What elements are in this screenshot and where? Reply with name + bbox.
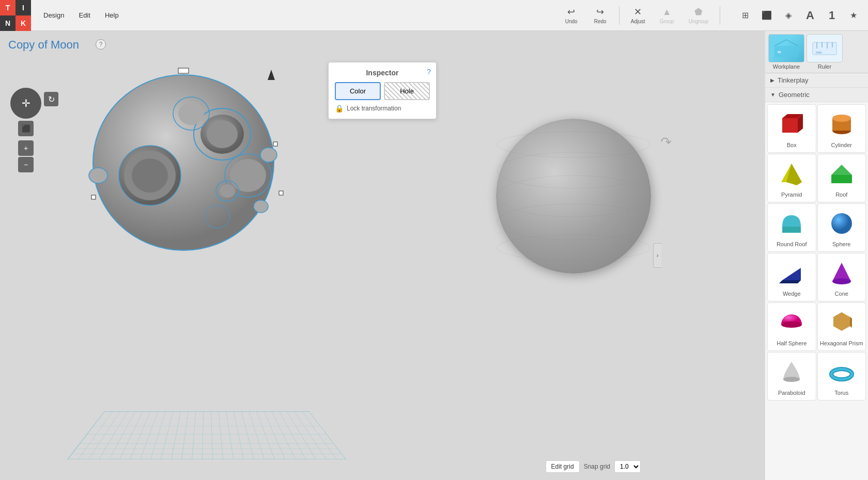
svg-point-53 [832,278,851,284]
nav-edit[interactable]: Edit [72,8,96,22]
svg-point-25 [497,175,650,217]
undo-icon: ↩ [567,6,575,18]
svg-point-26 [497,204,650,240]
workplane-item[interactable]: w Workplane [768,34,804,70]
undo-label: Undo [565,19,578,24]
svg-point-54 [781,322,802,328]
logo-i: I [16,0,31,15]
svg-point-15 [89,168,107,183]
help-button[interactable]: ? [96,39,106,50]
svg-point-49 [831,213,852,234]
shape-torus[interactable]: Torus [817,352,866,401]
shape-cylinder[interactable]: Cylinder [817,104,866,153]
svg-rect-48 [782,227,801,233]
rotate-button[interactable]: ↻ [44,92,58,106]
snap-grid-select[interactable]: 1.0 0.5 0.1 [614,460,641,473]
paraboloid-icon [776,357,807,388]
shape-round-roof[interactable]: Round Roof [767,203,816,252]
inspector-panel: Inspector ? Color Hole 🔒 Lock transforma… [328,62,437,119]
number-1-icon[interactable]: 1 [823,6,841,25]
header: T I N K Design Edit Help ↩ Undo ↪ Redo ✕… [0,0,868,31]
tinkerplay-chevron: ▶ [770,77,774,83]
moon-object[interactable] [83,62,289,270]
3d-box-icon[interactable]: ⬛ [757,6,776,25]
logo[interactable]: T I N K [0,0,31,31]
home-view-button[interactable]: ⬛ [18,121,34,136]
color-button[interactable]: Color [335,82,381,100]
sphere-object [496,119,651,274]
svg-rect-20 [279,191,283,195]
svg-point-22 [497,120,650,273]
round-roof-label: Round Roof [777,241,807,247]
cylinder-icon [826,109,857,140]
canvas-area[interactable]: Copy of Moon ? ✛ ⬛ + − ↻ Inspector ? Col… [0,31,765,480]
cylinder-label: Cylinder [831,142,852,148]
pan-control[interactable]: ✛ [10,88,41,119]
project-title[interactable]: Copy of Moon [8,38,79,52]
hexagonal-prism-icon [826,307,857,338]
group-icon: ▲ [662,7,672,18]
svg-marker-46 [831,165,852,175]
svg-point-16 [260,148,277,162]
nav-menu: Design Edit Help [31,8,131,22]
box-icon [776,109,807,140]
grid-view-icon[interactable]: ⊞ [736,6,754,25]
inspector-help-button[interactable]: ? [427,68,431,76]
zoom-out-button[interactable]: − [18,157,34,172]
svg-point-27 [497,235,650,261]
shape-hexagonal-prism[interactable]: Hexagonal Prism [817,302,866,351]
shape-wedge[interactable]: Wedge [767,253,816,301]
svg-text:mm: mm [816,51,822,54]
star-icon[interactable]: ★ [844,6,863,25]
group-label: Group [660,19,674,24]
adjust-button[interactable]: ✕ Adjust [626,4,650,26]
hexagonal-prism-label: Hexagonal Prism [820,340,863,346]
main: Copy of Moon ? ✛ ⬛ + − ↻ Inspector ? Col… [0,31,868,480]
shape-icon[interactable]: ◈ [779,6,798,25]
shape-sphere[interactable]: Sphere [817,203,866,252]
adjust-icon: ✕ [634,6,642,18]
ruler-item[interactable]: mm Ruler [807,34,843,70]
cone-icon [826,258,857,289]
rotate-hint: ↶ [660,134,672,150]
tinkerplay-section[interactable]: ▶ Tinkerplay [765,73,868,88]
box-label: Box [787,142,797,148]
pyramid-icon [776,158,807,189]
top-right-bar: ⊞ ⬛ ◈ A 1 ★ [731,6,868,25]
svg-point-7 [207,120,238,148]
svg-text:w: w [777,50,781,54]
bottom-controls: Edit grid Snap grid 1.0 0.5 0.1 [546,460,641,473]
undo-button[interactable]: ↩ Undo [559,4,584,26]
moon-svg [83,62,289,268]
hole-button[interactable]: Hole [384,82,430,100]
sidebar-collapse-handle[interactable]: › [653,243,661,268]
lock-transformation[interactable]: 🔒 Lock transformation [335,104,430,113]
shape-box[interactable]: Box [767,104,816,153]
roof-icon [826,158,857,189]
edit-grid-button[interactable]: Edit grid [546,460,580,473]
shape-half-sphere[interactable]: Half Sphere [767,302,816,351]
redo-button[interactable]: ↪ Redo [588,4,613,26]
svg-rect-1 [178,68,189,73]
geometric-label: Geometric [779,91,810,99]
shape-paraboloid[interactable]: Paraboloid [767,352,816,401]
svg-point-13 [220,184,235,198]
shape-cone[interactable]: Cone [817,253,866,301]
geometric-section-header[interactable]: ▼ Geometric [765,88,868,102]
group-button[interactable]: ▲ Group [655,5,679,26]
nav-design[interactable]: Design [37,8,70,22]
logo-n: N [0,15,16,31]
svg-rect-18 [91,195,96,199]
right-sidebar: w Workplane mm [765,31,868,480]
letter-a-icon[interactable]: A [801,6,819,25]
pan-icon: ✛ [22,97,30,109]
nav-help[interactable]: Help [99,8,125,22]
svg-marker-50 [782,268,801,280]
lock-icon: 🔒 [335,104,344,113]
svg-rect-19 [273,142,277,146]
ruler-label: Ruler [818,63,831,70]
zoom-in-button[interactable]: + [18,140,34,156]
shape-roof[interactable]: Roof [817,154,866,202]
shape-pyramid[interactable]: Pyramid [767,154,816,202]
ungroup-button[interactable]: ⬟ Ungroup [684,4,714,26]
